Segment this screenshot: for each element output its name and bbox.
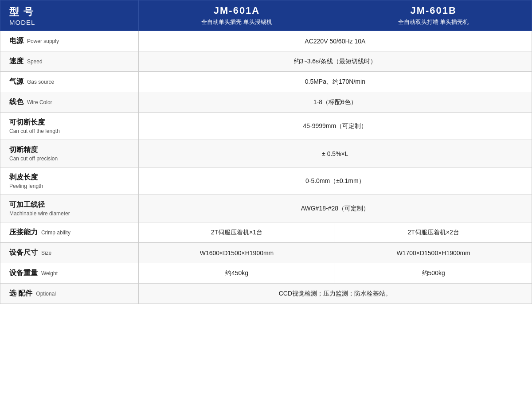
value-a-weight: 约450kg [138, 263, 335, 284]
spec-table: 型 号 MODEL JM-601A 全自动单头插壳 单头浸锡机 JM-601B … [0, 0, 532, 304]
label-en-wirecolor: Wire Color [27, 99, 52, 105]
label-zh-speed: 速度 [9, 57, 23, 65]
label-zh-cutlength: 可切断长度 [9, 118, 132, 127]
label-en-peellength: Peeling length [9, 183, 132, 189]
value-span-optional: CCD视觉检测；压力监测；防水栓基站。 [138, 284, 532, 304]
label-en-crimp: Crimp ability [41, 230, 70, 236]
label-cell-size: 设备尺寸 Size [0, 243, 139, 263]
value-b-size: W1700×D1500×H1900mm [335, 243, 532, 263]
label-zh-peellength: 剥皮长度 [9, 173, 132, 182]
label-zh-wirecolor: 线色 [9, 98, 23, 105]
label-cell-cutprecision: 切断精度 Can cut off precision [0, 140, 139, 167]
header-model-cell: 型 号 MODEL [0, 0, 139, 31]
table-row: 设备尺寸 Size W1600×D1500×H1900mmW1700×D1500… [0, 243, 532, 263]
value-span-gas: 0.5MPa、约170N/min [138, 72, 532, 92]
table-row: 气源 Gas source 0.5MPa、约170N/min [0, 72, 532, 92]
label-cell-wirediameter: 可加工线径 Machinable wire diameter [0, 195, 139, 222]
label-en-size: Size [41, 250, 51, 256]
label-cell-peellength: 剥皮长度 Peeling length [0, 167, 139, 195]
header-jm601b-cell: JM-601B 全自动双头打端 单头插壳机 [335, 0, 532, 31]
label-en-wirediameter: Machinable wire diameter [9, 210, 132, 217]
table-row: 选 配件 Optional CCD视觉检测；压力监测；防水栓基站。 [0, 284, 532, 304]
header-jm601b-main: JM-601B [341, 5, 525, 16]
table-row: 可加工线径 Machinable wire diameter AWG#18-#2… [0, 195, 532, 222]
value-span-cutlength: 45-9999mm（可定制） [138, 113, 532, 140]
table-row: 速度 Speed 约3~3.6s/条线（最短切线时） [0, 51, 532, 72]
label-cell-weight: 设备重量 Weight [0, 263, 139, 284]
table-row: 压接能力 Crimp ability 2T伺服压着机×1台2T伺服压着机×2台 [0, 222, 532, 243]
label-cell-cutlength: 可切断长度 Can cut off the length [0, 113, 139, 140]
label-en-power: Power supply [27, 38, 59, 44]
label-cell-power: 电源 Power supply [0, 31, 139, 51]
label-cell-crimp: 压接能力 Crimp ability [0, 222, 139, 243]
table-row: 可切断长度 Can cut off the length 45-9999mm（可… [0, 113, 532, 140]
label-en-speed: Speed [27, 58, 43, 65]
label-zh-power: 电源 [9, 37, 23, 44]
value-a-crimp: 2T伺服压着机×1台 [138, 222, 335, 243]
label-zh-gas: 气源 [9, 78, 23, 85]
label-zh-cutprecision: 切断精度 [9, 145, 132, 155]
table-row: 设备重量 Weight 约450kg约500kg [0, 263, 532, 284]
table-row: 剥皮长度 Peeling length 0-5.0mm（±0.1mm） [0, 167, 532, 195]
label-cell-wirecolor: 线色 Wire Color [0, 92, 139, 113]
label-zh-crimp: 压接能力 [9, 228, 38, 236]
value-span-peellength: 0-5.0mm（±0.1mm） [138, 167, 532, 195]
value-span-speed: 约3~3.6s/条线（最短切线时） [138, 51, 532, 72]
label-en-optional: Optional [36, 291, 56, 297]
label-cell-speed: 速度 Speed [0, 51, 139, 72]
value-b-weight: 约500kg [335, 263, 532, 284]
value-span-cutprecision: ± 0.5%×L [138, 140, 532, 167]
value-b-crimp: 2T伺服压着机×2台 [335, 222, 532, 243]
label-en-gas: Gas source [27, 79, 54, 85]
label-zh-optional: 选 配件 [9, 289, 32, 297]
label-zh-weight: 设备重量 [9, 269, 38, 276]
header-model-zh: 型 号 [9, 5, 132, 19]
header-model-en: MODEL [9, 19, 132, 26]
label-en-cutprecision: Can cut off precision [9, 156, 132, 162]
header-jm601a-sub: 全自动单头插壳 单头浸锡机 [145, 18, 329, 26]
value-a-size: W1600×D1500×H1900mm [138, 243, 335, 263]
spec-table-container: 型 号 MODEL JM-601A 全自动单头插壳 单头浸锡机 JM-601B … [0, 0, 532, 304]
header-jm601a-main: JM-601A [145, 5, 329, 16]
table-row: 电源 Power supply AC220V 50/60Hz 10A [0, 31, 532, 51]
label-en-weight: Weight [41, 270, 58, 276]
value-span-wirediameter: AWG#18-#28（可定制） [138, 195, 532, 222]
label-cell-gas: 气源 Gas source [0, 72, 139, 92]
table-row: 切断精度 Can cut off precision ± 0.5%×L [0, 140, 532, 167]
label-en-cutlength: Can cut off the length [9, 128, 132, 134]
label-zh-size: 设备尺寸 [9, 249, 38, 256]
label-cell-optional: 选 配件 Optional [0, 284, 139, 304]
table-header-row: 型 号 MODEL JM-601A 全自动单头插壳 单头浸锡机 JM-601B … [0, 0, 532, 31]
value-span-power: AC220V 50/60Hz 10A [138, 31, 532, 51]
table-row: 线色 Wire Color 1-8（标配6色） [0, 92, 532, 113]
header-jm601b-sub: 全自动双头打端 单头插壳机 [341, 18, 525, 26]
value-span-wirecolor: 1-8（标配6色） [138, 92, 532, 113]
header-jm601a-cell: JM-601A 全自动单头插壳 单头浸锡机 [138, 0, 335, 31]
label-zh-wirediameter: 可加工线径 [9, 200, 132, 210]
